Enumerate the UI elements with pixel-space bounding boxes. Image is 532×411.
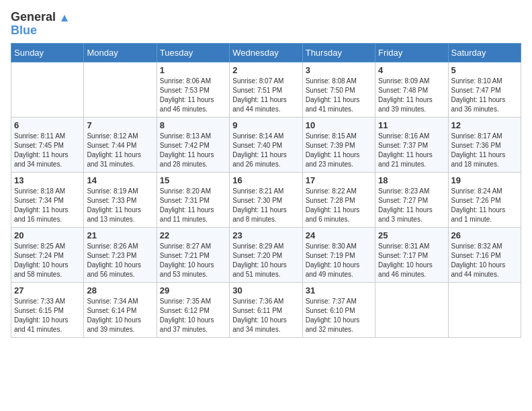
day-number: 22 — [160, 230, 226, 240]
day-info: Sunrise: 8:19 AM Sunset: 7:33 PM Dayligh… — [87, 187, 153, 224]
day-number: 25 — [378, 230, 445, 240]
weekday-header-thursday: Thursday — [302, 43, 375, 62]
day-number: 13 — [14, 175, 81, 185]
day-info: Sunrise: 8:21 AM Sunset: 7:30 PM Dayligh… — [232, 187, 299, 224]
day-number: 28 — [87, 285, 153, 295]
calendar-table: SundayMondayTuesdayWednesdayThursdayFrid… — [11, 43, 521, 338]
day-number: 29 — [160, 285, 226, 295]
day-info: Sunrise: 7:37 AM Sunset: 6:10 PM Dayligh… — [306, 297, 372, 334]
day-number: 5 — [451, 65, 518, 75]
day-number: 6 — [14, 120, 81, 130]
day-number: 8 — [160, 120, 226, 130]
day-info: Sunrise: 8:15 AM Sunset: 7:39 PM Dayligh… — [306, 132, 372, 169]
day-info: Sunrise: 8:30 AM Sunset: 7:19 PM Dayligh… — [306, 242, 372, 279]
day-cell: 16Sunrise: 8:21 AM Sunset: 7:30 PM Dayli… — [230, 172, 302, 227]
day-number: 30 — [232, 285, 299, 295]
day-info: Sunrise: 7:35 AM Sunset: 6:12 PM Dayligh… — [160, 297, 226, 334]
day-info: Sunrise: 8:25 AM Sunset: 7:24 PM Dayligh… — [14, 242, 81, 279]
day-info: Sunrise: 8:06 AM Sunset: 7:53 PM Dayligh… — [160, 77, 226, 114]
day-number: 23 — [232, 230, 299, 240]
day-cell: 12Sunrise: 8:17 AM Sunset: 7:36 PM Dayli… — [448, 117, 521, 172]
day-number: 14 — [87, 175, 153, 185]
day-cell: 9Sunrise: 8:14 AM Sunset: 7:40 PM Daylig… — [230, 117, 302, 172]
logo-blue: Blue — [11, 24, 37, 37]
day-cell: 7Sunrise: 8:12 AM Sunset: 7:44 PM Daylig… — [84, 117, 157, 172]
day-info: Sunrise: 8:08 AM Sunset: 7:50 PM Dayligh… — [306, 77, 372, 114]
day-cell: 30Sunrise: 7:36 AM Sunset: 6:11 PM Dayli… — [230, 282, 302, 337]
day-cell: 11Sunrise: 8:16 AM Sunset: 7:37 PM Dayli… — [375, 117, 448, 172]
page-header: General Blue — [11, 11, 521, 38]
day-info: Sunrise: 8:14 AM Sunset: 7:40 PM Dayligh… — [232, 132, 299, 169]
week-row-4: 20Sunrise: 8:25 AM Sunset: 7:24 PM Dayli… — [11, 227, 521, 282]
day-cell: 26Sunrise: 8:32 AM Sunset: 7:16 PM Dayli… — [448, 227, 521, 282]
day-cell: 31Sunrise: 7:37 AM Sunset: 6:10 PM Dayli… — [302, 282, 375, 337]
day-cell: 17Sunrise: 8:22 AM Sunset: 7:28 PM Dayli… — [302, 172, 375, 227]
day-number: 27 — [14, 285, 81, 295]
day-number: 11 — [378, 120, 445, 130]
day-cell: 15Sunrise: 8:20 AM Sunset: 7:31 PM Dayli… — [157, 172, 229, 227]
day-number: 31 — [306, 285, 372, 295]
day-info: Sunrise: 8:11 AM Sunset: 7:45 PM Dayligh… — [14, 132, 81, 169]
day-number: 2 — [232, 65, 299, 75]
day-number: 20 — [14, 230, 81, 240]
day-info: Sunrise: 8:29 AM Sunset: 7:20 PM Dayligh… — [232, 242, 299, 279]
day-info: Sunrise: 8:07 AM Sunset: 7:51 PM Dayligh… — [232, 77, 299, 114]
day-cell: 14Sunrise: 8:19 AM Sunset: 7:33 PM Dayli… — [84, 172, 157, 227]
day-cell: 8Sunrise: 8:13 AM Sunset: 7:42 PM Daylig… — [157, 117, 229, 172]
day-info: Sunrise: 8:23 AM Sunset: 7:27 PM Dayligh… — [378, 187, 445, 224]
day-number: 16 — [232, 175, 299, 185]
day-number: 1 — [160, 65, 226, 75]
day-cell: 22Sunrise: 8:27 AM Sunset: 7:21 PM Dayli… — [157, 227, 229, 282]
week-row-1: 1Sunrise: 8:06 AM Sunset: 7:53 PM Daylig… — [11, 62, 521, 117]
day-cell: 3Sunrise: 8:08 AM Sunset: 7:50 PM Daylig… — [302, 62, 375, 117]
weekday-header-tuesday: Tuesday — [157, 43, 229, 62]
day-number: 4 — [378, 65, 445, 75]
day-info: Sunrise: 8:22 AM Sunset: 7:28 PM Dayligh… — [306, 187, 372, 224]
day-cell: 29Sunrise: 7:35 AM Sunset: 6:12 PM Dayli… — [157, 282, 229, 337]
day-number: 3 — [306, 65, 372, 75]
day-cell: 1Sunrise: 8:06 AM Sunset: 7:53 PM Daylig… — [157, 62, 229, 117]
day-cell: 20Sunrise: 8:25 AM Sunset: 7:24 PM Dayli… — [11, 227, 84, 282]
day-cell: 27Sunrise: 7:33 AM Sunset: 6:15 PM Dayli… — [11, 282, 84, 337]
day-cell — [11, 62, 84, 117]
logo: General Blue — [11, 11, 69, 38]
day-cell: 4Sunrise: 8:09 AM Sunset: 7:48 PM Daylig… — [375, 62, 448, 117]
day-info: Sunrise: 8:10 AM Sunset: 7:47 PM Dayligh… — [451, 77, 518, 114]
day-number: 21 — [87, 230, 153, 240]
day-info: Sunrise: 8:26 AM Sunset: 7:23 PM Dayligh… — [87, 242, 153, 279]
day-info: Sunrise: 8:13 AM Sunset: 7:42 PM Dayligh… — [160, 132, 226, 169]
weekday-header-sunday: Sunday — [11, 43, 84, 62]
week-row-5: 27Sunrise: 7:33 AM Sunset: 6:15 PM Dayli… — [11, 282, 521, 337]
day-number: 17 — [306, 175, 372, 185]
day-cell — [84, 62, 157, 117]
day-info: Sunrise: 8:32 AM Sunset: 7:16 PM Dayligh… — [451, 242, 518, 279]
day-info: Sunrise: 7:36 AM Sunset: 6:11 PM Dayligh… — [232, 297, 299, 334]
day-cell — [375, 282, 448, 337]
day-cell: 5Sunrise: 8:10 AM Sunset: 7:47 PM Daylig… — [448, 62, 521, 117]
day-number: 24 — [306, 230, 372, 240]
day-number: 15 — [160, 175, 226, 185]
day-cell: 28Sunrise: 7:34 AM Sunset: 6:14 PM Dayli… — [84, 282, 157, 337]
day-info: Sunrise: 8:12 AM Sunset: 7:44 PM Dayligh… — [87, 132, 153, 169]
logo-combined: General Blue — [11, 11, 69, 38]
weekday-header-friday: Friday — [375, 43, 448, 62]
day-cell: 23Sunrise: 8:29 AM Sunset: 7:20 PM Dayli… — [230, 227, 302, 282]
day-info: Sunrise: 8:16 AM Sunset: 7:37 PM Dayligh… — [378, 132, 445, 169]
logo-triangle-icon — [60, 13, 69, 23]
day-number: 18 — [378, 175, 445, 185]
logo-general: General — [11, 10, 56, 24]
day-cell — [448, 282, 521, 337]
day-cell: 10Sunrise: 8:15 AM Sunset: 7:39 PM Dayli… — [302, 117, 375, 172]
day-info: Sunrise: 8:24 AM Sunset: 7:26 PM Dayligh… — [451, 187, 518, 224]
weekday-header-row: SundayMondayTuesdayWednesdayThursdayFrid… — [11, 43, 521, 62]
day-info: Sunrise: 8:17 AM Sunset: 7:36 PM Dayligh… — [451, 132, 518, 169]
day-cell: 2Sunrise: 8:07 AM Sunset: 7:51 PM Daylig… — [230, 62, 302, 117]
day-info: Sunrise: 7:33 AM Sunset: 6:15 PM Dayligh… — [14, 297, 81, 334]
weekday-header-monday: Monday — [84, 43, 157, 62]
day-number: 26 — [451, 230, 518, 240]
day-number: 19 — [451, 175, 518, 185]
day-cell: 6Sunrise: 8:11 AM Sunset: 7:45 PM Daylig… — [11, 117, 84, 172]
day-info: Sunrise: 8:20 AM Sunset: 7:31 PM Dayligh… — [160, 187, 226, 224]
day-cell: 13Sunrise: 8:18 AM Sunset: 7:34 PM Dayli… — [11, 172, 84, 227]
weekday-header-wednesday: Wednesday — [230, 43, 302, 62]
